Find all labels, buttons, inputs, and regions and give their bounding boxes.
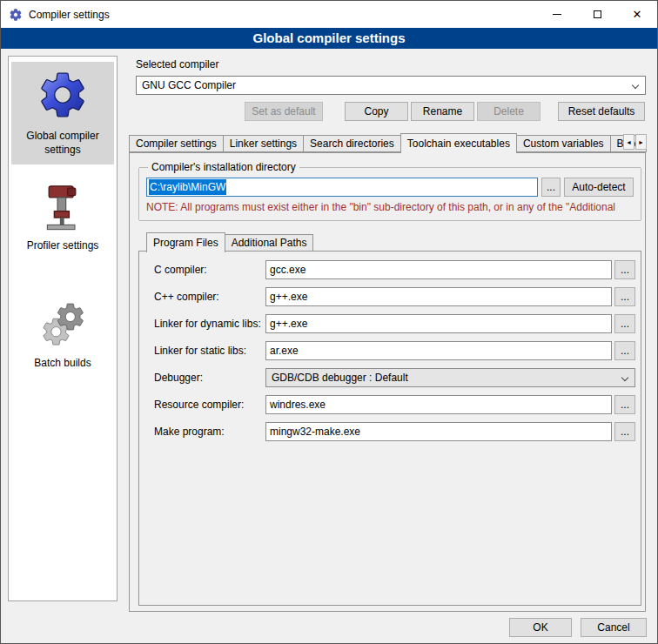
reset-defaults-button[interactable]: Reset defaults xyxy=(558,102,645,121)
tab-strip: Compiler settings Linker settings Search… xyxy=(127,132,652,152)
dialog-content: Global compiler settings Profiler settin… xyxy=(1,49,657,644)
chevron-down-icon xyxy=(621,374,628,381)
installation-directory-input[interactable]: C:\raylib\MinGW xyxy=(146,178,538,197)
debugger-select[interactable]: GDB/CDB debugger : Default xyxy=(265,368,635,387)
maximize-button[interactable] xyxy=(577,1,617,28)
c-compiler-label: C compiler: xyxy=(154,264,265,276)
close-button[interactable]: ✕ xyxy=(617,1,657,28)
auto-detect-button[interactable]: Auto-detect xyxy=(564,178,634,197)
settings-category-list: Global compiler settings Profiler settin… xyxy=(8,56,118,601)
compiler-action-buttons: Set as default Copy Rename Delete Reset … xyxy=(245,102,652,121)
profiler-tool-icon xyxy=(13,183,112,234)
selected-compiler-label: Selected compiler xyxy=(136,58,652,70)
tab-custom-variables[interactable]: Custom variables xyxy=(516,135,611,152)
make-program-input[interactable] xyxy=(265,422,612,441)
debugger-select-value: GDB/CDB debugger : Default xyxy=(272,372,408,384)
chevron-down-icon xyxy=(632,82,639,89)
compiler-select[interactable]: GNU GCC Compiler xyxy=(136,76,646,95)
dialog-header: Global compiler settings xyxy=(1,28,657,49)
make-program-browse-button[interactable]: ... xyxy=(614,422,635,441)
sidebar-item-label: Global compiler settings xyxy=(13,130,112,157)
cpp-compiler-label: C++ compiler: xyxy=(154,291,265,303)
title-bar: Compiler settings ✕ xyxy=(1,1,657,28)
minimize-button[interactable] xyxy=(537,1,577,28)
browse-directory-button[interactable]: ... xyxy=(541,178,561,197)
program-files-panel: C compiler: ... C++ compiler: ... Linker… xyxy=(138,251,641,606)
dialog-footer: OK Cancel xyxy=(509,618,647,637)
tab-compiler-settings[interactable]: Compiler settings xyxy=(129,135,224,152)
installation-directory-group: Compiler's installation directory C:\ray… xyxy=(138,161,641,221)
static-linker-browse-button[interactable]: ... xyxy=(614,341,635,360)
tab-scroll-arrows: ◄ ► xyxy=(623,134,647,150)
compiler-settings-window: Compiler settings ✕ Global compiler sett… xyxy=(0,0,658,644)
cpp-compiler-input[interactable] xyxy=(265,287,612,306)
minimize-icon xyxy=(553,14,561,15)
blue-gear-icon xyxy=(13,68,112,124)
compiler-select-value: GNU GCC Compiler xyxy=(142,79,236,91)
field-row-debugger: Debugger: GDB/CDB debugger : Default xyxy=(154,368,641,387)
sidebar-item-batch-builds[interactable]: Batch builds xyxy=(11,296,114,379)
window-title: Compiler settings xyxy=(29,9,110,21)
tab-scroll-right-button[interactable]: ► xyxy=(635,134,647,150)
sub-tab-strip: Program Files Additional Paths xyxy=(138,231,645,252)
set-as-default-button: Set as default xyxy=(245,102,323,121)
field-row-make-program: Make program: ... xyxy=(154,422,641,441)
static-linker-input[interactable] xyxy=(265,341,612,360)
copy-button[interactable]: Copy xyxy=(345,102,408,121)
installation-directory-label: Compiler's installation directory xyxy=(148,161,299,173)
note-text: NOTE: All programs must exist either in … xyxy=(146,201,634,213)
sidebar-item-label: Profiler settings xyxy=(13,239,112,253)
c-compiler-input[interactable] xyxy=(265,260,612,279)
debugger-label: Debugger: xyxy=(154,372,265,384)
gray-gears-icon xyxy=(13,302,112,352)
tab-toolchain-executables[interactable]: Toolchain executables xyxy=(400,133,517,153)
dynamic-linker-browse-button[interactable]: ... xyxy=(614,314,635,333)
resource-compiler-browse-button[interactable]: ... xyxy=(614,395,635,414)
tab-program-files[interactable]: Program Files xyxy=(146,232,225,252)
field-row-cpp-compiler: C++ compiler: ... xyxy=(154,287,641,306)
field-row-dynamic-linker: Linker for dynamic libs: ... xyxy=(154,314,641,333)
c-compiler-browse-button[interactable]: ... xyxy=(614,260,635,279)
field-row-c-compiler: C compiler: ... xyxy=(154,260,641,279)
resource-compiler-input[interactable] xyxy=(265,395,612,414)
tab-additional-paths[interactable]: Additional Paths xyxy=(225,234,314,252)
tab-linker-settings[interactable]: Linker settings xyxy=(223,135,304,152)
field-row-static-linker: Linker for static libs: ... xyxy=(154,341,641,360)
directory-selected-text: C:\raylib\MinGW xyxy=(149,179,226,195)
rename-button[interactable]: Rename xyxy=(411,102,474,121)
maximize-icon xyxy=(594,10,601,18)
sidebar-item-profiler-settings[interactable]: Profiler settings xyxy=(11,177,114,261)
ok-button[interactable]: OK xyxy=(509,618,572,637)
main-settings-area: Selected compiler GNU GCC Compiler Set a… xyxy=(127,56,652,612)
app-icon xyxy=(9,8,23,22)
tab-scroll-left-button[interactable]: ◄ xyxy=(623,134,634,150)
static-linker-label: Linker for static libs: xyxy=(154,345,265,357)
toolchain-executables-panel: Compiler's installation directory C:\ray… xyxy=(129,152,646,612)
sidebar-item-global-compiler-settings[interactable]: Global compiler settings xyxy=(11,62,114,164)
resource-compiler-label: Resource compiler: xyxy=(154,399,265,411)
delete-button: Delete xyxy=(477,102,540,121)
close-icon: ✕ xyxy=(633,8,642,21)
dynamic-linker-input[interactable] xyxy=(265,314,612,333)
field-row-resource-compiler: Resource compiler: ... xyxy=(154,395,641,414)
sidebar-item-label: Batch builds xyxy=(13,357,112,371)
cpp-compiler-browse-button[interactable]: ... xyxy=(614,287,635,306)
tab-search-directories[interactable]: Search directories xyxy=(303,135,401,152)
make-program-label: Make program: xyxy=(154,426,265,438)
cancel-button[interactable]: Cancel xyxy=(581,618,647,637)
dynamic-linker-label: Linker for dynamic libs: xyxy=(154,318,265,330)
